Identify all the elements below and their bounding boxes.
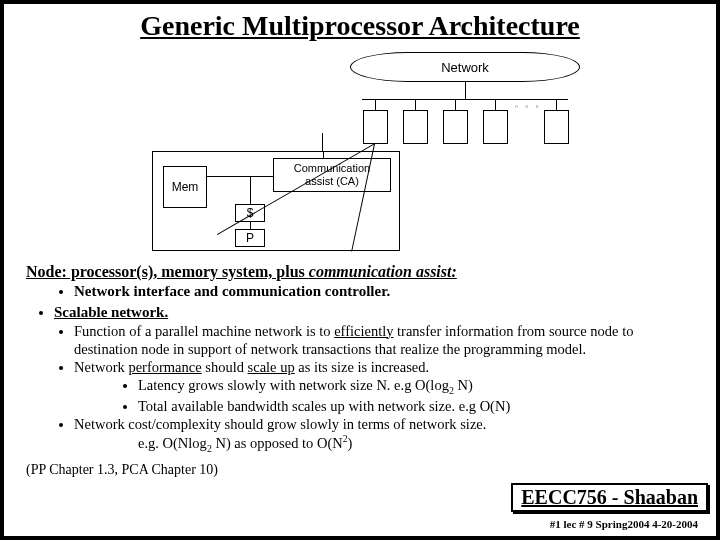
detail-list: Function of a parallel machine network i…	[74, 322, 700, 376]
node-detail-box: Mem Communication assist (CA) $ P	[152, 151, 400, 251]
bullet-bandwidth: Total available bandwidth scales up with…	[138, 397, 700, 415]
processor-box: P	[235, 229, 265, 247]
performance-sublist: Latency grows slowly with network size N…	[138, 376, 700, 415]
architecture-diagram: Network ○ ○ ○ Mem Communication assist (…	[120, 48, 600, 258]
diagram-line	[322, 133, 323, 151]
text: e.g. O(Nlog	[138, 435, 207, 451]
diagram-line	[455, 99, 456, 110]
course-badge: EECC756 - Shaaban	[511, 483, 708, 512]
slide: Generic Multiprocessor Architecture Netw…	[0, 0, 720, 540]
mem-box: Mem	[163, 166, 207, 208]
node-sub-item: Network interface and communication cont…	[74, 282, 700, 301]
text-underline: performance	[128, 359, 201, 375]
ca-box: Communication assist (CA)	[273, 158, 391, 192]
detail-list-cont: Network cost/complexity should grow slow…	[74, 415, 700, 433]
text: as its size is increased.	[295, 359, 430, 375]
cache-box: $	[235, 204, 265, 222]
ca-label: Communication assist (CA)	[294, 162, 370, 188]
diagram-line	[465, 82, 466, 99]
network-node-box	[443, 110, 468, 144]
diagram-line	[495, 99, 496, 110]
references: (PP Chapter 1.3, PCA Chapter 10)	[26, 461, 700, 479]
text-underline: efficiently	[334, 323, 393, 339]
diagram-line	[250, 176, 251, 204]
body-content: Node: processor(s), memory system, plus …	[20, 262, 700, 479]
diagram-line	[556, 99, 557, 110]
node-definition: Node: processor(s), memory system, plus …	[26, 262, 700, 282]
text: N) as opposed to O(N	[212, 435, 343, 451]
diagram-line	[375, 99, 376, 110]
scalable-heading: Scalable network.	[54, 303, 700, 322]
node-sublist: Network interface and communication cont…	[74, 282, 700, 301]
network-node-box	[544, 110, 569, 144]
text-underline: scale up	[248, 359, 295, 375]
diagram-line	[250, 222, 251, 229]
bullet-performance: Network performance should scale up as i…	[74, 358, 700, 376]
network-node-box	[403, 110, 428, 144]
slide-footer: #1 lec # 9 Spring2004 4-20-2004	[550, 518, 698, 530]
text: )	[348, 435, 353, 451]
text: Network	[74, 359, 128, 375]
diagram-line	[362, 99, 568, 100]
diagram-line	[415, 99, 416, 110]
scalable-list: Scalable network.	[54, 303, 700, 322]
ellipsis-icon: ○ ○ ○	[515, 104, 542, 109]
bullet-cost: Network cost/complexity should grow slow…	[74, 415, 700, 433]
network-node-box	[363, 110, 388, 144]
slide-title: Generic Multiprocessor Architecture	[20, 10, 700, 42]
network-oval: Network	[350, 52, 580, 82]
node-assist: communication assist:	[309, 263, 457, 280]
node-prefix: Node: processor(s), memory system, plus	[26, 263, 309, 280]
network-node-box	[483, 110, 508, 144]
bullet-latency: Latency grows slowly with network size N…	[138, 376, 700, 397]
text: should	[202, 359, 248, 375]
bullet-function: Function of a parallel machine network i…	[74, 322, 700, 358]
cost-example: e.g. O(Nlog2 N) as opposed to O(N2)	[138, 433, 700, 455]
diagram-line	[323, 152, 324, 158]
text: N)	[454, 377, 473, 393]
text: Latency grows slowly with network size N…	[138, 377, 449, 393]
text: Function of a parallel machine network i…	[74, 323, 334, 339]
diagram-line	[207, 176, 273, 177]
